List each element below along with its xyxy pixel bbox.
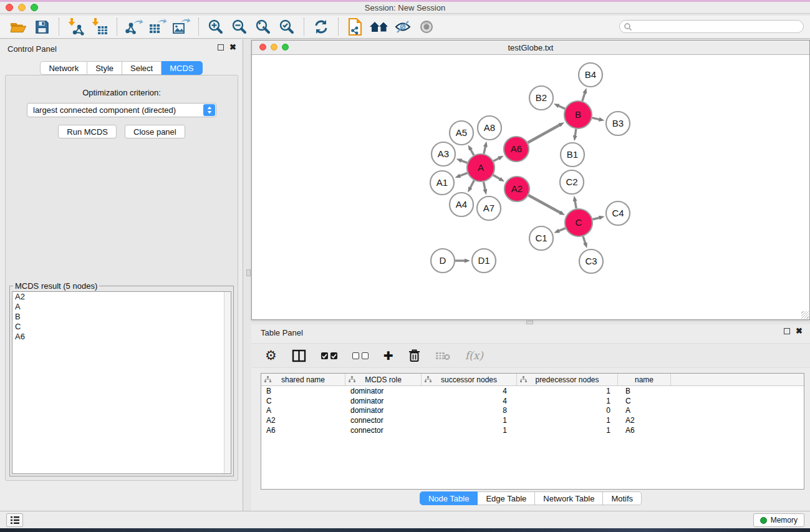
graph-edge-C-C2[interactable] — [575, 201, 576, 209]
graph-edge-A-A1[interactable] — [460, 173, 468, 176]
column-header-name[interactable]: name — [618, 374, 671, 385]
graph-edge-A2-C[interactable] — [528, 195, 561, 213]
graph-edge-B-B2[interactable] — [558, 105, 565, 109]
criterion-select[interactable]: largest connected component (directed) — [27, 103, 216, 117]
graph-edge-A-A6[interactable] — [493, 158, 499, 161]
run-mcds-button[interactable]: Run MCDS — [58, 125, 117, 138]
mcds-result-item[interactable]: C — [12, 322, 231, 332]
column-header-successor-nodes[interactable]: successor nodes — [422, 374, 517, 385]
table-cell[interactable]: A — [618, 406, 671, 415]
network-document-button[interactable] — [344, 17, 367, 37]
zoom-fit-button[interactable] — [251, 17, 275, 37]
table-cell[interactable]: 1 — [422, 426, 517, 435]
table-cell[interactable]: dominator — [345, 397, 422, 405]
table-cell[interactable]: connector — [345, 416, 422, 425]
add-column-button[interactable]: ✚ — [383, 349, 393, 362]
search-field[interactable] — [619, 20, 804, 33]
node-table[interactable]: shared nameMCDS rolesuccessor nodesprede… — [261, 373, 804, 490]
window-resize-grip[interactable] — [801, 311, 809, 319]
graph-edge-B-B3[interactable] — [592, 118, 599, 120]
tab-select[interactable]: Select — [122, 61, 162, 75]
mcds-result-item[interactable]: A2 — [12, 292, 231, 302]
preview-eye-button[interactable] — [415, 17, 438, 37]
table-row[interactable]: Adominator80A — [261, 406, 804, 416]
graph-edge-A-A4[interactable] — [470, 180, 474, 188]
mcds-result-item[interactable]: A6 — [12, 332, 231, 342]
zoom-out-button[interactable] — [228, 17, 251, 37]
hide-details-button[interactable] — [391, 17, 415, 37]
tab-motifs[interactable]: Motifs — [603, 491, 642, 505]
table-settings-button[interactable]: ⚙ — [265, 349, 277, 362]
graph-edge-C-C1[interactable] — [559, 228, 566, 231]
import-table-button[interactable] — [88, 17, 112, 37]
refresh-button[interactable] — [309, 17, 333, 37]
table-cell[interactable]: A6 — [261, 426, 345, 435]
vertical-splitter-handle[interactable] — [246, 269, 251, 276]
table-cell[interactable]: 0 — [517, 406, 618, 415]
table-cell[interactable]: dominator — [345, 406, 422, 415]
mcds-result-item[interactable]: A — [12, 302, 231, 312]
table-row[interactable]: Cdominator41C — [261, 396, 804, 406]
cyndex-home-button[interactable] — [367, 17, 391, 37]
graph-edge-A6-B[interactable] — [528, 125, 560, 143]
open-session-button[interactable] — [6, 17, 30, 37]
network-window-titlebar[interactable]: testGlobe.txt — [252, 41, 809, 55]
graph-edge-B-B1[interactable] — [575, 129, 576, 137]
table-cell[interactable]: C — [618, 397, 671, 405]
column-header-MCDS-role[interactable]: MCDS role — [345, 374, 422, 385]
float-table-panel-icon[interactable] — [784, 328, 790, 334]
table-cell[interactable]: dominator — [345, 387, 422, 395]
table-cell[interactable]: 1 — [517, 397, 618, 405]
column-header-predecessor-nodes[interactable]: predecessor nodes — [517, 374, 618, 385]
table-cell[interactable]: connector — [345, 426, 422, 435]
graph-edge-A-A7[interactable] — [484, 182, 486, 190]
table-cell[interactable]: 1 — [517, 416, 618, 425]
save-session-button[interactable] — [30, 17, 54, 37]
graph-edge-A-A3[interactable] — [461, 160, 467, 163]
result-scrollbar[interactable] — [224, 292, 231, 473]
table-cell[interactable]: B — [261, 387, 345, 395]
zoom-selected-button[interactable] — [275, 17, 299, 37]
network-graph[interactable]: ABCA2A6A1A3A4A5A7A8B1B2B3B4C1C2C3C4DD1 — [252, 56, 809, 320]
table-row[interactable]: A6connector11A6 — [261, 425, 804, 435]
tab-network[interactable]: Network — [40, 61, 87, 75]
graph-edge-B-B4[interactable] — [582, 93, 585, 101]
table-cell[interactable]: 1 — [517, 426, 618, 435]
close-panel-icon[interactable]: ✖ — [229, 44, 236, 51]
close-table-panel-icon[interactable]: ✖ — [796, 328, 803, 334]
export-image-button[interactable] — [170, 17, 193, 37]
export-network-button[interactable] — [122, 17, 146, 37]
table-cell[interactable]: 1 — [517, 387, 618, 395]
tab-node-table[interactable]: Node Table — [420, 491, 478, 505]
network-canvas[interactable]: ABCA2A6A1A3A4A5A7A8B1B2B3B4C1C2C3C4DD1 — [252, 56, 809, 319]
table-cell[interactable]: 4 — [422, 397, 517, 405]
search-input[interactable] — [632, 21, 803, 32]
delete-column-button[interactable] — [408, 349, 420, 362]
table-cell[interactable]: A6 — [618, 426, 671, 435]
table-cell[interactable]: A — [261, 406, 345, 415]
tab-mcds[interactable]: MCDS — [162, 61, 202, 75]
table-cell[interactable]: A2 — [618, 416, 671, 425]
table-cell[interactable]: 8 — [422, 406, 517, 415]
graph-edge-C-C3[interactable] — [583, 236, 586, 244]
zoom-in-button[interactable] — [204, 17, 228, 37]
mcds-result-item[interactable]: B — [12, 312, 231, 322]
column-header-shared-name[interactable]: shared name — [261, 374, 345, 385]
table-cell[interactable]: A2 — [261, 416, 345, 425]
graph-edge-A-A5[interactable] — [471, 149, 474, 155]
table-cell[interactable]: 4 — [422, 387, 517, 395]
table-cell[interactable]: B — [618, 387, 671, 395]
deselect-all-columns-button[interactable] — [352, 352, 369, 359]
graph-edge-C-C4[interactable] — [592, 218, 599, 220]
task-history-button[interactable] — [6, 513, 23, 527]
table-row[interactable]: Bdominator41B — [261, 386, 804, 396]
import-network-button[interactable] — [64, 17, 88, 37]
mcds-result-list[interactable]: A2ABCA6 — [12, 291, 231, 474]
tab-style[interactable]: Style — [87, 61, 122, 75]
close-panel-button[interactable]: Close panel — [125, 125, 185, 138]
tab-edge-table[interactable]: Edge Table — [478, 491, 535, 505]
graph-edge-A-A2[interactable] — [493, 175, 500, 180]
show-columns-button[interactable] — [292, 349, 306, 362]
select-all-columns-button[interactable] — [321, 352, 337, 359]
table-cell[interactable]: C — [261, 397, 345, 405]
